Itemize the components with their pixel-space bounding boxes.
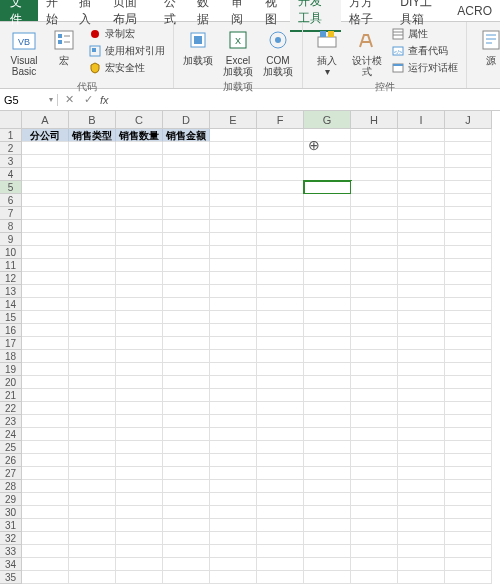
cell-J15[interactable] <box>445 311 492 324</box>
cell-H24[interactable] <box>351 428 398 441</box>
relative-ref-button[interactable]: 使用相对引用 <box>86 43 167 59</box>
cell-B2[interactable] <box>69 142 116 155</box>
cell-G7[interactable] <box>304 207 351 220</box>
cell-E9[interactable] <box>210 233 257 246</box>
cell-E27[interactable] <box>210 467 257 480</box>
view-code-button[interactable]: </>查看代码 <box>389 43 460 59</box>
design-mode-button[interactable]: 设计模式 <box>347 24 387 79</box>
cell-I27[interactable] <box>398 467 445 480</box>
cell-B14[interactable] <box>69 298 116 311</box>
row-header-8[interactable]: 8 <box>0 220 22 233</box>
cell-J22[interactable] <box>445 402 492 415</box>
cell-I19[interactable] <box>398 363 445 376</box>
cell-F8[interactable] <box>257 220 304 233</box>
cell-D32[interactable] <box>163 532 210 545</box>
cell-C31[interactable] <box>116 519 163 532</box>
cell-H4[interactable] <box>351 168 398 181</box>
cell-J26[interactable] <box>445 454 492 467</box>
cell-E31[interactable] <box>210 519 257 532</box>
cell-E2[interactable] <box>210 142 257 155</box>
cell-E12[interactable] <box>210 272 257 285</box>
name-box-dropdown-icon[interactable]: ▾ <box>49 95 53 104</box>
cell-D15[interactable] <box>163 311 210 324</box>
cell-G25[interactable] <box>304 441 351 454</box>
cell-C16[interactable] <box>116 324 163 337</box>
cell-C24[interactable] <box>116 428 163 441</box>
cell-J5[interactable] <box>445 181 492 194</box>
cancel-button[interactable]: ✕ <box>62 93 77 106</box>
cell-H1[interactable] <box>351 129 398 142</box>
col-header-I[interactable]: I <box>398 111 445 129</box>
cell-G31[interactable] <box>304 519 351 532</box>
cell-D18[interactable] <box>163 350 210 363</box>
cell-B10[interactable] <box>69 246 116 259</box>
cell-J27[interactable] <box>445 467 492 480</box>
cell-H14[interactable] <box>351 298 398 311</box>
col-header-A[interactable]: A <box>22 111 69 129</box>
cell-F29[interactable] <box>257 493 304 506</box>
cell-C30[interactable] <box>116 506 163 519</box>
cell-C15[interactable] <box>116 311 163 324</box>
cell-G23[interactable] <box>304 415 351 428</box>
cell-C17[interactable] <box>116 337 163 350</box>
row-header-12[interactable]: 12 <box>0 272 22 285</box>
name-box[interactable]: G5 ▾ <box>0 94 58 106</box>
cell-F13[interactable] <box>257 285 304 298</box>
cell-A14[interactable] <box>22 298 69 311</box>
cell-I2[interactable] <box>398 142 445 155</box>
cell-C32[interactable] <box>116 532 163 545</box>
cell-C5[interactable] <box>116 181 163 194</box>
cell-J21[interactable] <box>445 389 492 402</box>
cell-B22[interactable] <box>69 402 116 415</box>
cell-B1[interactable]: 销售类型 <box>69 129 116 142</box>
cell-B23[interactable] <box>69 415 116 428</box>
row-header-30[interactable]: 30 <box>0 506 22 519</box>
cell-D22[interactable] <box>163 402 210 415</box>
row-header-32[interactable]: 32 <box>0 532 22 545</box>
cell-G34[interactable] <box>304 558 351 571</box>
cell-E1[interactable] <box>210 129 257 142</box>
cell-I21[interactable] <box>398 389 445 402</box>
cell-A24[interactable] <box>22 428 69 441</box>
cell-A19[interactable] <box>22 363 69 376</box>
cell-F27[interactable] <box>257 467 304 480</box>
cell-I33[interactable] <box>398 545 445 558</box>
cell-D2[interactable] <box>163 142 210 155</box>
cell-A9[interactable] <box>22 233 69 246</box>
cell-I22[interactable] <box>398 402 445 415</box>
cell-J29[interactable] <box>445 493 492 506</box>
cell-I15[interactable] <box>398 311 445 324</box>
row-header-22[interactable]: 22 <box>0 402 22 415</box>
cell-A17[interactable] <box>22 337 69 350</box>
row-header-4[interactable]: 4 <box>0 168 22 181</box>
cell-C3[interactable] <box>116 155 163 168</box>
cell-I5[interactable] <box>398 181 445 194</box>
cell-E18[interactable] <box>210 350 257 363</box>
cell-B6[interactable] <box>69 194 116 207</box>
row-header-19[interactable]: 19 <box>0 363 22 376</box>
cell-E15[interactable] <box>210 311 257 324</box>
cell-A4[interactable] <box>22 168 69 181</box>
cell-D33[interactable] <box>163 545 210 558</box>
select-all-corner[interactable] <box>0 111 22 129</box>
cell-I7[interactable] <box>398 207 445 220</box>
cell-A10[interactable] <box>22 246 69 259</box>
cell-H5[interactable] <box>351 181 398 194</box>
record-macro-button[interactable]: 录制宏 <box>86 26 167 42</box>
cell-G8[interactable] <box>304 220 351 233</box>
cell-F16[interactable] <box>257 324 304 337</box>
cell-D34[interactable] <box>163 558 210 571</box>
row-header-9[interactable]: 9 <box>0 233 22 246</box>
cell-E33[interactable] <box>210 545 257 558</box>
cell-A31[interactable] <box>22 519 69 532</box>
cell-G26[interactable] <box>304 454 351 467</box>
cell-E32[interactable] <box>210 532 257 545</box>
cell-B31[interactable] <box>69 519 116 532</box>
cell-J8[interactable] <box>445 220 492 233</box>
cell-G22[interactable] <box>304 402 351 415</box>
cell-B17[interactable] <box>69 337 116 350</box>
cell-J11[interactable] <box>445 259 492 272</box>
cell-A30[interactable] <box>22 506 69 519</box>
row-header-1[interactable]: 1 <box>0 129 22 142</box>
cell-F15[interactable] <box>257 311 304 324</box>
